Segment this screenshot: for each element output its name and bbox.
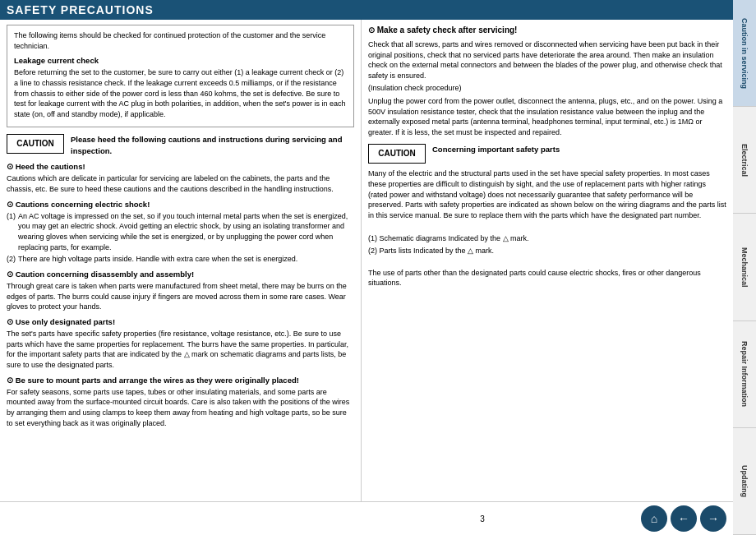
back-button[interactable]: ←: [671, 505, 697, 532]
designated-title: ⊙ Use only designated parts!: [7, 316, 354, 327]
left-caution-box: CAUTION: [7, 134, 64, 154]
tab-mechanical[interactable]: Mechanical: [733, 214, 756, 321]
intro-box: The following items should be checked fo…: [7, 25, 354, 127]
left-column: The following items should be checked fo…: [0, 20, 362, 501]
page-title: SAFETY PRECAUTIONS: [0, 0, 733, 20]
left-caution-section: CAUTION Please heed the following cautio…: [7, 134, 354, 156]
right-caution-desc: Concerning important safety parts: [432, 144, 560, 164]
designated-text: The set's parts have specific safety pro…: [7, 329, 354, 370]
heed-text: Cautions which are delicate in particula…: [7, 173, 354, 194]
make-safety-title: ⊙ Make a safety check after servicing!: [368, 25, 726, 36]
right-caution-section: CAUTION Concerning important safety part…: [368, 144, 726, 164]
tab-repair-information[interactable]: Repair Information: [733, 321, 756, 428]
heed-title: ⊙ Heed the cautions!: [7, 161, 354, 172]
make-safety-text3: Unplug the power cord from the power out…: [368, 96, 726, 137]
make-safety-text2: (Insulation check procedure): [368, 83, 726, 94]
tab-caution-servicing[interactable]: Caution in servicing: [733, 0, 756, 107]
disassembly-text: Through great care is taken when parts w…: [7, 281, 354, 312]
page-number: 3: [324, 514, 641, 523]
right-body-text2: The use of parts other than the designat…: [368, 268, 726, 288]
make-safety-text1: Check that all screws, parts and wires r…: [368, 39, 726, 81]
right-body-text1: Many of the electric and the structural …: [368, 168, 726, 220]
disassembly-title: ⊙ Caution concerning disassembly and ass…: [7, 269, 354, 279]
home-button[interactable]: ⌂: [641, 505, 667, 532]
bottom-bar: 3 ⌂ ← →: [0, 501, 733, 535]
intro-text: The following items should be checked fo…: [14, 30, 347, 51]
right-caution-label: CAUTION: [378, 148, 416, 159]
sidebar-tabs: Caution in servicing Electrical Mechanic…: [733, 0, 756, 535]
electric-title: ⊙ Cautions concerning electric shock!: [7, 199, 354, 210]
mount-text: For safety seasons, some parts use tapes…: [7, 387, 354, 428]
header-title: SAFETY PRECAUTIONS: [7, 3, 154, 16]
tab-updating[interactable]: Updating: [733, 428, 756, 535]
electric-item-1: (1) An AC voltage is impressed on the se…: [7, 211, 354, 252]
right-caution-box: CAUTION: [368, 144, 426, 164]
back-icon: ←: [678, 512, 689, 525]
left-caution-label: CAUTION: [16, 138, 54, 150]
right-item-2: (2) Parts lists Indicated by the △ mark.: [368, 246, 726, 256]
right-item-1: (1) Schematic diagrams Indicated by the …: [368, 233, 726, 244]
leakage-title: Leakage current check: [14, 55, 347, 66]
left-caution-desc: Please heed the following cautions and i…: [71, 134, 354, 156]
forward-icon: →: [708, 512, 719, 525]
home-icon: ⌂: [651, 512, 657, 525]
forward-button[interactable]: →: [700, 505, 726, 532]
right-column: ⊙ Make a safety check after servicing! C…: [362, 20, 733, 501]
nav-buttons: ⌂ ← →: [641, 505, 726, 532]
electric-item-2: (2) There are high voltage parts inside.…: [7, 254, 354, 265]
tab-electrical[interactable]: Electrical: [733, 107, 756, 214]
leakage-text: Before returning the set to the customer…: [14, 67, 347, 119]
mount-title: ⊙ Be sure to mount parts and arrange the…: [7, 375, 354, 385]
